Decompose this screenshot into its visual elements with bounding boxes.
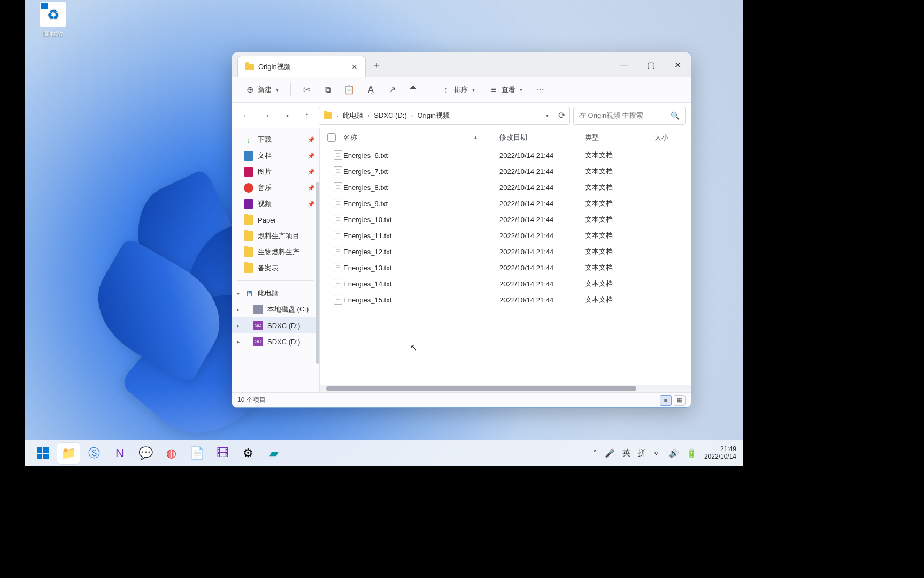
taskbar-settings[interactable]: ⚙ [237, 443, 259, 464]
taskbar-clipchamp[interactable]: 🎞 [211, 443, 234, 464]
recycle-bin[interactable]: ♻ 回收站 [33, 2, 73, 39]
file-row[interactable]: Energies_14.txt2022/10/14 21:44文本文档 [320, 276, 691, 292]
sidebar-item-sdxc-d[interactable]: ▸SDSDXC (D:) [232, 317, 319, 333]
up-button[interactable]: ↑ [298, 107, 315, 124]
breadcrumb-this-pc[interactable]: 此电脑 [341, 110, 366, 121]
search-box[interactable]: 🔍 [573, 107, 686, 125]
file-name: Energies_7.txt [343, 168, 499, 176]
toolbar-separator [290, 83, 291, 96]
sidebar-item-this-pc[interactable]: ▾🖥此电脑 [232, 285, 319, 301]
taskbar-app-teal[interactable]: ▰ [263, 443, 285, 464]
close-button[interactable]: ✕ [664, 52, 691, 77]
address-bar[interactable]: › 此电脑 › SDXC (D:) › Origin视频 ▾ ⟳ [319, 107, 570, 125]
volume-icon[interactable]: 🔊 [669, 448, 679, 458]
col-name[interactable]: 名称 [343, 133, 357, 142]
recent-button[interactable]: ▾ [278, 107, 295, 124]
share-button[interactable]: ↗ [383, 82, 401, 98]
chevron-right-icon[interactable]: ▸ [234, 307, 242, 313]
chevron-right-icon[interactable]: ▸ [234, 339, 242, 345]
tab-origin-video[interactable]: Origin视频 ✕ [237, 56, 366, 77]
search-input[interactable] [579, 111, 671, 119]
file-type: 文本文档 [585, 263, 654, 272]
clock[interactable]: 21:49 2022/10/14 [704, 446, 736, 461]
file-row[interactable]: Energies_7.txt2022/10/14 21:44文本文档 [320, 163, 691, 179]
sidebar-item-music[interactable]: 音乐📌 [232, 180, 319, 196]
taskbar-onenote[interactable]: N [109, 443, 131, 464]
taskbar-wechat[interactable]: 💬 [134, 443, 157, 464]
more-button[interactable]: ⋯ [531, 82, 549, 98]
start-button[interactable] [32, 443, 54, 464]
sidebar-item-biofuel[interactable]: 生物燃料生产 [232, 244, 319, 260]
refresh-button[interactable]: ⟳ [558, 110, 565, 120]
wifi-icon[interactable]: ᯤ [653, 448, 661, 458]
file-row[interactable]: Energies_9.txt2022/10/14 21:44文本文档 [320, 195, 691, 211]
desktop[interactable]: ♻ 回收站 Origin视频 ✕ ＋ — ▢ ✕ ⊕ 新建 ▾ ✂ [25, 0, 743, 466]
rename-icon: Aͅ [366, 85, 375, 95]
file-row[interactable]: Energies_15.txt2022/10/14 21:44文本文档 [320, 292, 691, 308]
details-view-button[interactable]: ≡ [660, 395, 672, 406]
paste-button[interactable]: 📋 [340, 82, 358, 98]
microphone-icon[interactable]: 🎤 [605, 448, 615, 458]
copy-button[interactable]: ⧉ [319, 82, 337, 98]
view-button[interactable]: ≡ 查看 ▾ [483, 82, 528, 98]
horizontal-scrollbar[interactable] [320, 385, 691, 392]
ime-mode[interactable]: 拼 [638, 448, 646, 458]
taskbar-sogou[interactable]: Ⓢ [83, 443, 105, 464]
tab-close-button[interactable]: ✕ [351, 63, 358, 71]
chevron-right-icon[interactable]: ▸ [234, 323, 242, 329]
col-modified[interactable]: 修改日期 [499, 133, 585, 142]
rename-button[interactable]: Aͅ [361, 82, 380, 98]
sort-button[interactable]: ↕ 排序 ▾ [436, 82, 480, 98]
sidebar-item-videos[interactable]: 视频📌 [232, 196, 319, 212]
taskbar-file-explorer[interactable]: 📁 [57, 443, 80, 464]
forward-button[interactable]: → [258, 107, 275, 124]
delete-button[interactable]: 🗑 [404, 82, 422, 98]
sidebar-item-pictures[interactable]: 图片📌 [232, 164, 319, 180]
sidebar-item-record[interactable]: 备案表 [232, 260, 319, 276]
file-type: 文本文档 [585, 279, 654, 288]
red-app-icon: ◍ [166, 446, 176, 460]
chevron-down-icon: ▾ [472, 87, 475, 93]
minimize-button[interactable]: — [611, 52, 637, 77]
battery-icon[interactable]: 🔋 [687, 448, 697, 458]
chevron-down-icon: ▾ [520, 87, 522, 93]
taskbar-notepad[interactable]: 📄 [186, 443, 208, 464]
sidebar-item-sdxc-d-2[interactable]: ▸SDSDXC (D:) [232, 333, 319, 349]
select-all-checkbox[interactable] [327, 133, 336, 142]
ime-language[interactable]: 英 [622, 448, 630, 458]
download-icon: ↓ [244, 135, 253, 144]
maximize-button[interactable]: ▢ [637, 52, 664, 77]
notepad-icon: 📄 [190, 446, 204, 460]
pin-icon: 📌 [307, 153, 315, 159]
new-button[interactable]: ⊕ 新建 ▾ [240, 82, 284, 98]
cut-button[interactable]: ✂ [297, 82, 315, 98]
sidebar-item-documents[interactable]: 文档📌 [232, 148, 319, 164]
sidebar-scrollbar[interactable] [316, 182, 319, 364]
taskbar-app-red[interactable]: ◍ [160, 443, 182, 464]
sidebar-item-downloads[interactable]: ↓下载📌 [232, 132, 319, 148]
file-row[interactable]: Energies_13.txt2022/10/14 21:44文本文档 [320, 260, 691, 276]
col-type[interactable]: 类型 [585, 133, 654, 142]
back-button[interactable]: ← [237, 107, 255, 124]
sidebar-item-local-c[interactable]: ▸本地磁盘 (C:) [232, 301, 319, 317]
breadcrumb-drive[interactable]: SDXC (D:) [372, 110, 409, 120]
pin-icon: 📌 [307, 136, 315, 143]
file-row[interactable]: Energies_11.txt2022/10/14 21:44文本文档 [320, 227, 691, 244]
icons-view-button[interactable]: ▦ [674, 395, 686, 406]
col-size[interactable]: 大小 [654, 133, 687, 142]
new-tab-button[interactable]: ＋ [366, 52, 387, 77]
chevron-down-icon[interactable]: ▾ [234, 291, 242, 296]
breadcrumb-folder[interactable]: Origin视频 [415, 110, 452, 121]
file-name: Energies_13.txt [343, 264, 499, 272]
teal-app-icon: ▰ [270, 446, 279, 460]
sidebar-item-fuel-project[interactable]: 燃料生产项目 [232, 228, 319, 244]
file-row[interactable]: Energies_6.txt2022/10/14 21:44文本文档 [320, 147, 691, 163]
paste-icon: 📋 [344, 85, 354, 95]
titlebar[interactable]: Origin视频 ✕ ＋ — ▢ ✕ [232, 52, 691, 77]
sidebar-item-paper[interactable]: Paper [232, 212, 319, 228]
file-row[interactable]: Energies_12.txt2022/10/14 21:44文本文档 [320, 244, 691, 260]
file-row[interactable]: Energies_8.txt2022/10/14 21:44文本文档 [320, 179, 691, 195]
tray-chevron-up-icon[interactable]: ˄ [593, 448, 597, 458]
chevron-down-icon[interactable]: ▾ [546, 112, 549, 118]
file-row[interactable]: Energies_10.txt2022/10/14 21:44文本文档 [320, 211, 691, 227]
